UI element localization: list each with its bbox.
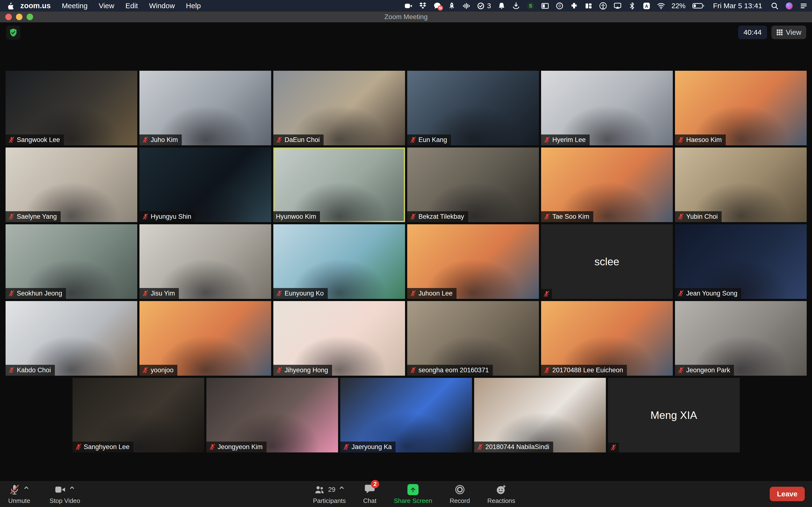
participant-name-tag: 20170488 Lee Euicheon [541,365,627,376]
participant-name-tag: Eun Kang [407,134,451,145]
participant-tile-eun-kang[interactable]: Eun Kang [407,71,539,145]
participant-tile-kabdo-choi[interactable]: Kabdo Choi [6,301,137,376]
participant-tile-tae-soo-kim[interactable]: Tae Soo Kim [541,148,673,222]
chat-notification-icon[interactable]: N [433,2,441,10]
participant-name: Kabdo Choi [17,367,51,374]
participant-name-tag: Saelyne Yang [6,211,61,222]
participant-tile-meng-xia[interactable]: Meng XIA [608,378,740,452]
record-label: Record [450,497,470,505]
menu-item-meeting[interactable]: Meeting [62,2,88,10]
participant-name-tag: Jihyeong Hong [273,365,332,376]
battery-icon[interactable] [692,2,705,10]
muted-mic-icon [678,367,684,374]
split-view-icon[interactable] [585,2,593,10]
window-manager-icon[interactable] [541,2,549,10]
menu-item-edit[interactable]: Edit [125,2,138,10]
muted-mic-icon [142,367,149,374]
participant-tile-sanghyeon-lee[interactable]: Sanghyeon Lee [72,378,204,452]
participants-button[interactable]: 29 Participants [313,483,346,505]
download-icon[interactable] [512,2,520,10]
stop-video-menu-caret[interactable] [69,487,75,493]
chat-button[interactable]: 2 Chat [363,483,376,505]
apple-menu-icon[interactable] [7,2,14,9]
participant-tile-yubin-choi[interactable]: Yubin Choi [675,148,807,222]
leave-button[interactable]: Leave [770,487,805,501]
participant-tile-jaeryoung-ka[interactable]: Jaeryoung Ka [340,378,472,452]
muted-mic-icon [142,213,149,220]
puzzle-icon[interactable] [570,2,578,10]
participant-tile-jihyeong-hong[interactable]: Jihyeong Hong [273,301,405,376]
participant-tile-seokhun-jeong[interactable]: Seokhun Jeong [6,224,137,299]
participant-tile-20170488-lee-euicheon[interactable]: 20170488 Lee Euicheon [541,301,673,376]
muted-mic-icon [410,137,416,143]
airplay-icon[interactable] [614,2,621,10]
share-screen-button[interactable]: Share Screen [394,483,433,505]
zero-circle-icon[interactable]: 0 [556,2,564,10]
menu-item-help[interactable]: Help [186,2,201,10]
participant-tile-juho-kim[interactable]: Juho Kim [140,71,271,145]
participant-tile-hyungyu-shin[interactable]: Hyungyu Shin [140,148,271,222]
unmute-button[interactable]: Unmute [8,483,30,505]
participant-name-tag: Hyerim Lee [541,134,590,145]
participant-tile-jean-young-song[interactable]: Jean Young Song [675,224,807,299]
participant-tile-haesoo-kim[interactable]: Haesoo Kim [675,71,807,145]
check-count-icon[interactable] [477,2,485,10]
muted-mic-icon [410,367,416,374]
accessibility-icon[interactable] [599,2,607,10]
participant-tile-saelyne-yang[interactable]: Saelyne Yang [6,148,137,222]
menu-list-icon[interactable] [800,2,808,10]
participant-tile-20180744-nabilasindi[interactable]: 20180744 NabilaSindi [474,378,606,452]
menu-app-name[interactable]: zoom.us [20,1,51,10]
stop-video-button[interactable]: Stop Video [50,483,80,505]
screen-record-icon[interactable] [404,2,412,10]
rocket-icon[interactable] [448,2,456,10]
meeting-stage: 40:44 View Sangwook LeeJuho KimDaEun Cho… [0,23,812,481]
participant-silhouette [675,148,807,222]
participant-tile-sangwook-lee[interactable]: Sangwook Lee [6,71,137,145]
bluetooth-icon[interactable] [628,2,636,10]
participant-center-name: sclee [541,224,673,299]
audio-levels-icon[interactable] [462,2,470,10]
muted-mic-icon [678,290,684,297]
participant-tile-hyerim-lee[interactable]: Hyerim Lee [541,71,673,145]
zoom-meeting-screen: zoom.us MeetingViewEditWindowHelp N3S0A … [0,0,812,507]
participant-tile-bekzat-tilekbay[interactable]: Bekzat Tilekbay [407,148,539,222]
participant-name-tag: Haesoo Kim [675,134,726,145]
s-app-icon[interactable]: S [526,2,535,10]
bell-icon[interactable] [498,2,506,10]
video-grid: Sangwook LeeJuho KimDaEun ChoiEun KangHy… [0,71,812,452]
unmute-menu-caret[interactable] [23,487,30,493]
meeting-security-shield-icon[interactable] [6,25,20,40]
participant-silhouette [273,71,405,145]
participant-name: Juhoon Lee [418,290,453,297]
participant-tile-daeun-choi[interactable]: DaEun Choi [273,71,405,145]
muted-mic-icon [610,444,617,451]
search-icon[interactable] [771,2,779,10]
participant-name-tag: Hyunwoo Kim [273,211,320,222]
participant-tile-jeongeon-park[interactable]: Jeongeon Park [675,301,807,376]
menu-item-view[interactable]: View [99,2,114,10]
menu-item-window[interactable]: Window [149,2,175,10]
input-a-icon[interactable]: A [643,2,651,10]
participant-tile-juhoon-lee[interactable]: Juhoon Lee [407,224,539,299]
participant-tile-hyunwoo-kim[interactable]: Hyunwoo Kim [273,148,405,222]
participant-tile-sclee[interactable]: sclee [541,224,673,299]
reactions-button[interactable]: Reactions [487,483,515,505]
participant-silhouette [273,301,405,376]
view-button[interactable]: View [771,25,806,39]
participants-menu-caret[interactable] [339,487,345,493]
menu-clock[interactable]: Fri Mar 5 13:41 [713,2,762,10]
video-camera-icon [55,484,66,495]
participant-silhouette [407,301,539,376]
siri-icon[interactable] [785,2,793,10]
participant-tile-eunyoung-ko[interactable]: Eunyoung Ko [273,224,405,299]
participant-tile-yoonjoo[interactable]: yoonjoo [140,301,271,376]
microphone-muted-icon [9,484,20,495]
record-button[interactable]: Record [450,483,470,505]
dropbox-icon[interactable] [419,2,427,10]
participant-tile-seongha-eom-20160371[interactable]: seongha eom 20160371 [407,301,539,376]
participant-tile-jisu-yim[interactable]: Jisu Yim [140,224,271,299]
wifi-icon[interactable] [657,2,665,10]
participant-tile-jeongyeon-kim[interactable]: Jeongyeon Kim [206,378,338,452]
participant-name-tag: Bekzat Tilekbay [407,211,468,222]
